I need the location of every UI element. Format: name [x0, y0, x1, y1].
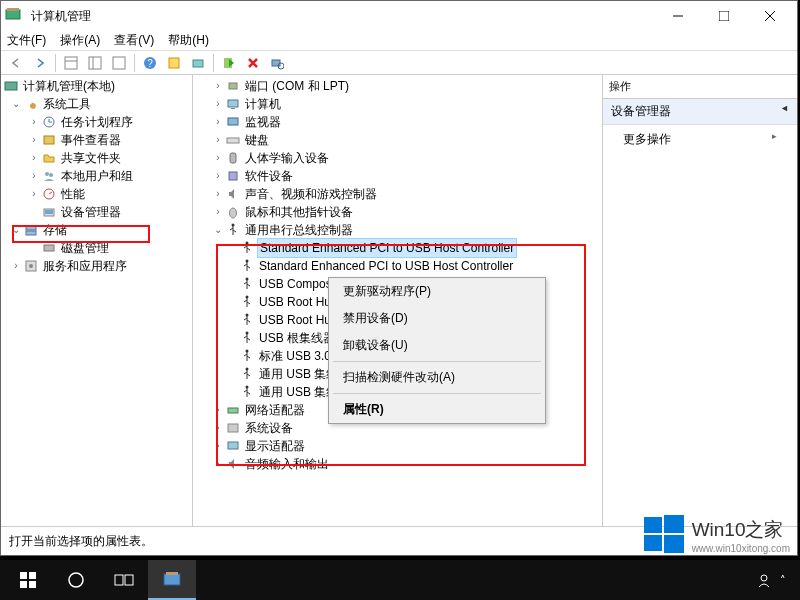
watermark-url: www.win10xitong.com — [692, 543, 790, 554]
device-category[interactable]: ›鼠标和其他指针设备 — [193, 203, 602, 221]
svg-rect-65 — [125, 575, 133, 585]
folder-icon — [41, 150, 57, 166]
hid-icon — [225, 150, 241, 166]
svg-rect-38 — [227, 138, 239, 143]
device-category[interactable]: ›显示适配器 — [193, 437, 602, 455]
computer-icon — [225, 96, 241, 112]
tree-shared-folders[interactable]: ›共享文件夹 — [1, 149, 192, 167]
svg-rect-1 — [7, 8, 19, 11]
software-icon — [225, 168, 241, 184]
device-item[interactable]: Standard Enhanced PCI to USB Host Contro… — [193, 239, 602, 257]
menu-action[interactable]: 操作(A) — [60, 32, 100, 49]
toolbar-detail-icon[interactable] — [108, 53, 130, 73]
context-uninstall-device[interactable]: 卸载设备(U) — [329, 332, 545, 359]
svg-rect-0 — [6, 10, 20, 19]
forward-button[interactable] — [29, 53, 51, 73]
svg-rect-52 — [228, 408, 238, 413]
menu-help[interactable]: 帮助(H) — [168, 32, 209, 49]
expand-icon[interactable]: › — [27, 167, 41, 185]
svg-rect-35 — [228, 100, 238, 107]
users-icon — [41, 168, 57, 184]
usb-icon — [239, 294, 255, 310]
device-category[interactable]: ›音频输入和输出 — [193, 455, 602, 473]
tree-root[interactable]: 计算机管理(本地) — [1, 77, 192, 95]
toolbar-properties-icon[interactable] — [163, 53, 185, 73]
toolbar-tree-icon[interactable] — [60, 53, 82, 73]
device-usb-controllers[interactable]: ⌄通用串行总线控制器 — [193, 221, 602, 239]
svg-rect-58 — [664, 535, 684, 553]
device-category[interactable]: ›端口 (COM 和 LPT) — [193, 77, 602, 95]
device-item[interactable]: Standard Enhanced PCI to USB Host Contro… — [193, 257, 602, 275]
services-icon — [23, 258, 39, 274]
actions-more[interactable]: 更多操作▸ — [603, 125, 797, 154]
start-button[interactable] — [4, 560, 52, 600]
toolbar-scan-hardware-icon[interactable] — [266, 53, 288, 73]
toolbar-enable-icon[interactable] — [218, 53, 240, 73]
cortana-button[interactable] — [52, 560, 100, 600]
close-button[interactable] — [747, 1, 793, 31]
collapse-icon[interactable]: ⌄ — [211, 221, 225, 239]
maximize-button[interactable] — [701, 1, 747, 31]
device-mgr-icon — [41, 204, 57, 220]
tree-task-scheduler[interactable]: ›任务计划程序 — [1, 113, 192, 131]
expand-icon[interactable]: › — [27, 113, 41, 131]
menu-file[interactable]: 文件(F) — [7, 32, 46, 49]
actions-title[interactable]: 设备管理器 — [603, 99, 797, 125]
expand-icon[interactable]: › — [9, 257, 23, 275]
audio-icon — [225, 456, 241, 472]
expand-icon[interactable]: ⌄ — [9, 221, 23, 239]
expand-icon[interactable]: › — [27, 185, 41, 203]
device-category[interactable]: ›声音、视频和游戏控制器 — [193, 185, 602, 203]
tree-disk-mgmt[interactable]: ›磁盘管理 — [1, 239, 192, 257]
menu-view[interactable]: 查看(V) — [114, 32, 154, 49]
svg-rect-57 — [644, 535, 662, 551]
svg-point-49 — [246, 350, 249, 353]
toolbar-help-icon[interactable]: ? — [139, 53, 161, 73]
svg-rect-53 — [228, 424, 238, 432]
svg-point-46 — [246, 296, 249, 299]
tree-storage[interactable]: ⌄存储 — [1, 221, 192, 239]
device-category[interactable]: ›软件设备 — [193, 167, 602, 185]
svg-rect-37 — [228, 118, 238, 125]
toolbar-list-icon[interactable] — [84, 53, 106, 73]
expand-icon[interactable]: › — [27, 131, 41, 149]
svg-point-47 — [246, 314, 249, 317]
tree-services[interactable]: ›服务和应用程序 — [1, 257, 192, 275]
toolbar-scan-icon[interactable] — [187, 53, 209, 73]
tray-people-icon[interactable] — [756, 572, 772, 588]
context-properties[interactable]: 属性(R) — [329, 396, 545, 423]
minimize-button[interactable] — [655, 1, 701, 31]
taskbar-app-button[interactable] — [148, 560, 196, 600]
expand-icon[interactable]: ⌄ — [9, 95, 23, 113]
context-scan-hardware[interactable]: 扫描检测硬件改动(A) — [329, 364, 545, 391]
back-button[interactable] — [5, 53, 27, 73]
svg-rect-10 — [113, 57, 125, 69]
context-disable-device[interactable]: 禁用设备(D) — [329, 305, 545, 332]
expand-icon[interactable]: › — [27, 149, 41, 167]
svg-rect-40 — [229, 172, 237, 180]
tree-local-users[interactable]: ›本地用户和组 — [1, 167, 192, 185]
task-view-button[interactable] — [100, 560, 148, 600]
context-update-driver[interactable]: 更新驱动程序(P) — [329, 278, 545, 305]
svg-rect-3 — [719, 11, 729, 21]
context-menu: 更新驱动程序(P) 禁用设备(D) 卸载设备(U) 扫描检测硬件改动(A) 属性… — [328, 277, 546, 424]
computer-mgmt-icon — [3, 78, 19, 94]
tree-system-tools[interactable]: ⌄ 系统工具 — [1, 95, 192, 113]
svg-line-26 — [49, 192, 52, 194]
tree-device-manager[interactable]: ›设备管理器 — [1, 203, 192, 221]
toolbar-uninstall-icon[interactable] — [242, 53, 264, 73]
svg-rect-18 — [5, 82, 17, 90]
left-tree-pane[interactable]: 计算机管理(本地) ⌄ 系统工具 ›任务计划程序 ›事件查看器 ›共享文件夹 ›… — [1, 75, 193, 526]
device-category[interactable]: ›计算机 — [193, 95, 602, 113]
device-category[interactable]: ›监视器 — [193, 113, 602, 131]
disk-icon — [41, 240, 57, 256]
tree-performance[interactable]: ›性能 — [1, 185, 192, 203]
tray-chevron-icon[interactable]: ˄ — [780, 574, 786, 587]
device-category[interactable]: ›人体学输入设备 — [193, 149, 602, 167]
device-category[interactable]: ›键盘 — [193, 131, 602, 149]
svg-rect-62 — [29, 581, 36, 588]
svg-rect-39 — [230, 153, 236, 163]
title-bar: 计算机管理 — [1, 1, 797, 31]
tree-event-viewer[interactable]: ›事件查看器 — [1, 131, 192, 149]
svg-rect-66 — [164, 574, 180, 585]
